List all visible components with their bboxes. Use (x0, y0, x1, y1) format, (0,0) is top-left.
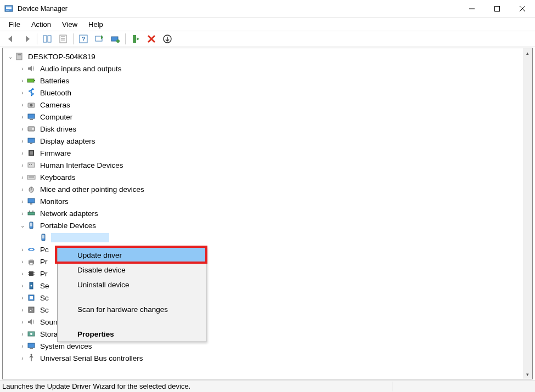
maximize-button[interactable] (485, 0, 510, 18)
expand-icon[interactable]: › (19, 331, 26, 337)
svg-rect-34 (30, 151, 33, 155)
tree-category[interactable]: ›Universal Serial Bus controllers (3, 352, 523, 364)
menu-view[interactable]: View (58, 19, 82, 30)
tree-category[interactable]: ›Bluetooth (3, 87, 523, 99)
expand-icon[interactable]: › (19, 186, 26, 192)
expand-icon[interactable]: › (19, 138, 26, 144)
expand-icon[interactable]: › (19, 113, 26, 120)
expand-icon[interactable]: › (19, 77, 26, 84)
uninstall-device-button[interactable] (144, 32, 159, 46)
port-icon (27, 245, 36, 254)
tree-category[interactable]: ›Network adapters (3, 207, 523, 219)
update-driver-button[interactable] (108, 32, 123, 46)
expand-icon[interactable]: ⌄ (19, 222, 26, 229)
tree-category[interactable]: ›Cameras (3, 99, 523, 111)
expand-icon[interactable]: › (19, 101, 26, 108)
minimize-button[interactable] (459, 0, 485, 18)
svg-rect-28 (30, 119, 33, 120)
ctx-uninstall-device[interactable]: Uninstall device (58, 277, 206, 292)
tree-category[interactable]: ›Human Interface Devices (3, 159, 523, 171)
enable-device-button[interactable] (128, 32, 143, 46)
menu-help[interactable]: Help (84, 19, 108, 30)
show-hide-console-button[interactable] (40, 32, 55, 46)
tree-category[interactable]: ›Firmware (3, 147, 523, 159)
svg-point-30 (32, 128, 34, 130)
ctx-properties[interactable]: Properties (58, 327, 206, 342)
tree-root[interactable]: ⌄DESKTOP-504K819 (3, 50, 523, 63)
svg-rect-36 (29, 164, 30, 165)
disable-device-button[interactable] (160, 32, 175, 46)
expand-icon[interactable]: › (19, 162, 26, 168)
tree-category[interactable]: ›Keyboards (3, 171, 523, 183)
tree-category-label: Bluetooth (39, 88, 72, 98)
close-button[interactable] (510, 0, 535, 18)
tree-category[interactable]: ›Computer (3, 111, 523, 123)
expand-icon[interactable]: › (19, 270, 26, 277)
ctx-disable-device[interactable]: Disable device (58, 263, 206, 277)
tree-category[interactable]: ⌄Portable Devices (3, 219, 523, 231)
svg-rect-3 (6, 10, 9, 10)
expand-icon[interactable]: › (19, 294, 26, 301)
security-icon (27, 281, 36, 290)
back-button[interactable] (3, 32, 19, 46)
svg-rect-45 (28, 212, 35, 215)
expand-icon[interactable]: › (19, 65, 26, 72)
tree-category-label: Monitors (39, 197, 70, 206)
expand-icon[interactable]: › (19, 150, 26, 156)
svg-rect-43 (28, 198, 35, 203)
collapse-icon[interactable]: ⌄ (7, 53, 14, 60)
vertical-scrollbar[interactable]: ▴ ▾ (523, 48, 532, 379)
scroll-down-button[interactable]: ▾ (523, 370, 532, 379)
expand-icon[interactable]: › (19, 246, 26, 253)
status-bar: Launches the Update Driver Wizard for th… (0, 380, 535, 392)
status-separator (392, 382, 392, 391)
tree-device-label (51, 233, 109, 242)
svg-rect-27 (28, 114, 35, 118)
expand-icon[interactable]: › (19, 174, 26, 180)
tree-device-item[interactable] (3, 231, 523, 243)
svg-rect-66 (29, 307, 34, 313)
title-bar: Device Manager (0, 0, 535, 18)
tree-category-label: Computer (39, 112, 74, 122)
battery-icon (27, 76, 36, 85)
scroll-up-button[interactable]: ▴ (523, 48, 532, 58)
svg-rect-10 (60, 35, 66, 43)
expand-icon[interactable]: › (19, 258, 26, 265)
disk-icon (27, 124, 36, 133)
menu-file[interactable]: File (4, 19, 25, 30)
expand-icon[interactable]: › (19, 126, 26, 132)
expand-icon[interactable]: › (19, 282, 26, 289)
tree-category[interactable]: ›Audio inputs and outputs (3, 63, 523, 75)
toolbar-separator (73, 33, 74, 44)
help-button[interactable]: ? (76, 32, 91, 46)
display-icon (27, 137, 36, 145)
scan-hardware-button[interactable] (92, 32, 107, 46)
network-icon (27, 209, 36, 218)
expand-icon[interactable]: › (19, 210, 26, 217)
svg-text:?: ? (82, 36, 86, 42)
svg-rect-19 (133, 35, 136, 43)
svg-rect-22 (18, 54, 21, 55)
ctx-update-driver[interactable]: Update driver (58, 248, 206, 263)
menu-action[interactable]: Action (27, 19, 55, 30)
tree-category[interactable]: ›Mice and other pointing devices (3, 183, 523, 195)
properties-button[interactable] (55, 32, 71, 46)
processor-icon (27, 269, 36, 278)
camera-icon (27, 100, 36, 109)
tree-category[interactable]: ›Batteries (3, 75, 523, 87)
tree-category-label: Display adapters (39, 137, 97, 146)
expand-icon[interactable]: › (19, 319, 26, 325)
expand-icon[interactable]: › (19, 343, 26, 349)
expand-icon[interactable]: › (19, 306, 26, 313)
expand-icon[interactable]: › (19, 355, 26, 361)
svg-rect-24 (34, 80, 35, 81)
ctx-scan-hardware[interactable]: Scan for hardware changes (58, 302, 206, 317)
tree-category[interactable]: ›Monitors (3, 195, 523, 207)
tree-category[interactable]: ›Disk drives (3, 123, 523, 135)
svg-rect-31 (28, 138, 35, 143)
expand-icon[interactable]: › (19, 198, 26, 204)
tree-category[interactable]: ›Display adapters (3, 135, 523, 147)
svg-rect-57 (29, 271, 33, 276)
expand-icon[interactable]: › (19, 89, 26, 96)
forward-button[interactable] (19, 32, 35, 46)
